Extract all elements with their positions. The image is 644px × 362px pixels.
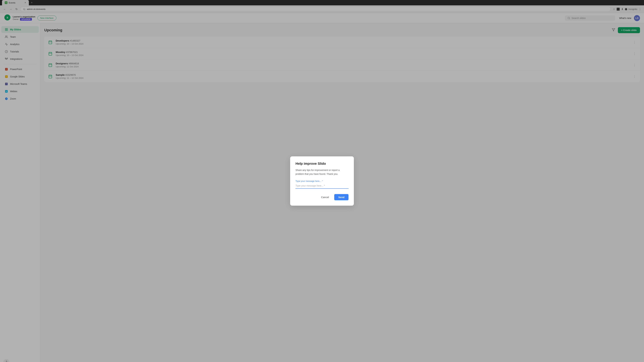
modal-actions: Cancel Send <box>296 194 348 200</box>
modal-input-label: Type your message here... * <box>296 180 348 182</box>
send-button[interactable]: Send <box>334 194 348 200</box>
help-modal: Help improve Slido Share any tips for im… <box>290 156 354 206</box>
modal-overlay: Help improve Slido Share any tips for im… <box>0 0 644 362</box>
modal-description: Share any tips for improvement or report… <box>296 168 348 176</box>
modal-title: Help improve Slido <box>296 162 348 166</box>
cancel-button[interactable]: Cancel <box>318 194 332 200</box>
modal-message-input[interactable] <box>296 183 348 189</box>
